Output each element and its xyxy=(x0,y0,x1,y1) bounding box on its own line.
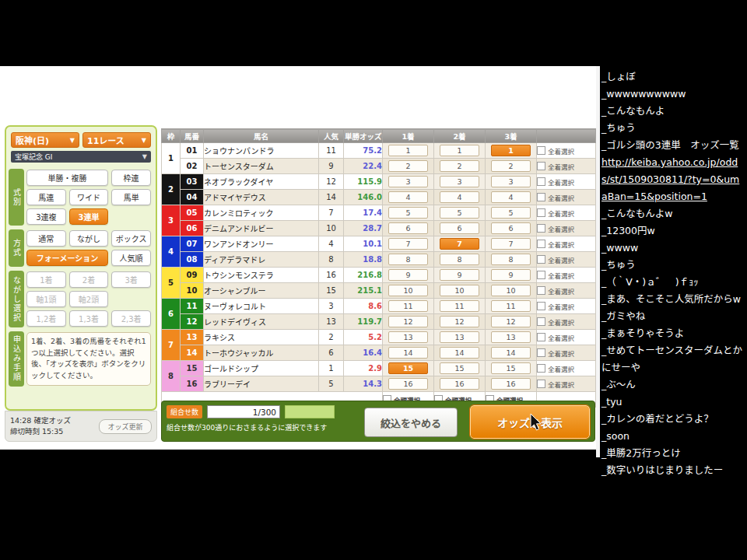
position-col-cell: 15 xyxy=(383,361,434,376)
bet-type-sanrentan-button[interactable]: 3連単 xyxy=(69,208,109,225)
checkbox-icon[interactable] xyxy=(537,348,545,357)
method-ninkijun-button[interactable]: 人気順 xyxy=(111,250,151,266)
position-1-pick-button[interactable]: 4 xyxy=(388,191,428,203)
position-col-cell: 7 xyxy=(383,236,434,252)
position-1-pick-button[interactable]: 16 xyxy=(388,378,428,390)
checkbox-icon[interactable] xyxy=(537,364,545,373)
position-1-pick-button[interactable]: 7 xyxy=(388,238,428,250)
method-nagashi-button[interactable]: ながし xyxy=(69,230,109,247)
position-3-pick-button[interactable]: 3 xyxy=(491,176,531,187)
position-1-pick-button[interactable]: 2 xyxy=(388,160,428,172)
position-1-pick-button[interactable]: 15 xyxy=(388,362,428,374)
position-1-pick-button[interactable]: 1 xyxy=(388,145,428,156)
position-2-pick-button[interactable]: 14 xyxy=(440,347,479,359)
row-select-cell: 全着選択 xyxy=(537,299,596,314)
checkbox-icon[interactable] xyxy=(537,286,545,295)
position-1-pick-button[interactable]: 11 xyxy=(388,300,428,312)
position-1-pick-button[interactable]: 8 xyxy=(388,254,428,265)
checkbox-icon[interactable] xyxy=(537,162,545,170)
position-3-pick-button[interactable]: 11 xyxy=(491,300,531,312)
position-2-pick-button[interactable]: 1 xyxy=(440,145,479,156)
position-2-pick-button[interactable]: 11 xyxy=(440,300,479,312)
horse-name-cell: ディアデラマドレ xyxy=(204,252,319,268)
checkbox-icon[interactable] xyxy=(537,224,545,233)
popularity-cell: 9 xyxy=(319,159,344,174)
comment-link[interactable]: http://keiba.yahoo.co.jp/odds/st/1509030… xyxy=(601,156,739,202)
filter-axis2-button[interactable]: 軸2頭 xyxy=(69,291,109,307)
position-1-pick-button[interactable]: 6 xyxy=(388,222,428,234)
position-3-pick-button[interactable]: 8 xyxy=(491,254,531,265)
odds-refresh-button[interactable]: オッズ更新 xyxy=(99,419,152,434)
position-3-pick-button[interactable]: 15 xyxy=(491,362,531,374)
race-name-bar[interactable]: 宝塚記念 GI ▼ xyxy=(11,151,151,163)
position-2-pick-button[interactable]: 9 xyxy=(440,269,479,281)
position-3-pick-button[interactable]: 16 xyxy=(491,378,531,390)
position-2-pick-button[interactable]: 6 xyxy=(440,222,479,234)
filter-23-button[interactable]: 2,3着 xyxy=(111,310,151,327)
bet-type-wide-button[interactable]: ワイド xyxy=(69,189,109,205)
position-3-pick-button[interactable]: 6 xyxy=(491,222,531,234)
position-3-pick-button[interactable]: 10 xyxy=(491,285,531,296)
bet-type-tanpuku-button[interactable]: 単勝・複勝 xyxy=(26,170,108,186)
position-2-pick-button[interactable]: 5 xyxy=(440,207,479,219)
position-2-pick-button[interactable]: 4 xyxy=(440,191,479,203)
checkbox-icon[interactable] xyxy=(537,193,545,201)
filter-2nd-button[interactable]: 2着 xyxy=(69,271,109,288)
checkbox-icon[interactable] xyxy=(537,146,545,155)
position-3-pick-button[interactable]: 12 xyxy=(491,316,531,327)
position-col-cell: 16 xyxy=(486,376,537,392)
position-2-pick-button[interactable]: 8 xyxy=(440,254,479,265)
checkbox-icon[interactable] xyxy=(537,177,545,186)
position-1-pick-button[interactable]: 5 xyxy=(388,207,428,219)
position-2-pick-button[interactable]: 12 xyxy=(440,316,479,327)
checkbox-icon[interactable] xyxy=(537,317,545,326)
position-3-pick-button[interactable]: 14 xyxy=(491,347,531,359)
position-3-pick-button[interactable]: 4 xyxy=(491,191,531,203)
bet-type-sanrenpuku-button[interactable]: 3連複 xyxy=(26,208,66,225)
filter-12-button[interactable]: 1,2着 xyxy=(26,310,66,327)
filter-axis1-button[interactable]: 軸1頭 xyxy=(26,291,66,307)
bet-type-umaren-button[interactable]: 馬連 xyxy=(26,189,66,205)
filter-13-button[interactable]: 1,3着 xyxy=(69,310,109,327)
position-2-pick-button[interactable]: 7 xyxy=(440,238,479,250)
position-1-pick-button[interactable]: 12 xyxy=(388,316,428,327)
position-3-pick-button[interactable]: 13 xyxy=(491,331,531,343)
position-1-pick-button[interactable]: 9 xyxy=(388,269,428,281)
position-2-pick-button[interactable]: 10 xyxy=(440,285,479,296)
position-2-pick-button[interactable]: 2 xyxy=(440,160,479,172)
position-2-pick-button[interactable]: 16 xyxy=(440,378,479,390)
position-3-pick-button[interactable]: 9 xyxy=(491,269,531,281)
position-1-pick-button[interactable]: 3 xyxy=(388,176,428,187)
method-normal-button[interactable]: 通常 xyxy=(26,230,66,247)
position-1-pick-button[interactable]: 10 xyxy=(388,285,428,296)
position-col-cell: 1 xyxy=(383,143,434,159)
position-col-cell: 12 xyxy=(434,314,486,330)
position-1-pick-button[interactable]: 13 xyxy=(388,331,428,343)
checkbox-icon[interactable] xyxy=(537,208,545,217)
checkbox-icon[interactable] xyxy=(537,240,545,248)
position-3-pick-button[interactable]: 5 xyxy=(491,207,531,219)
venue-select[interactable]: 阪神(日) ▼ xyxy=(11,132,79,148)
position-1-pick-button[interactable]: 14 xyxy=(388,347,428,359)
venue-label: 阪神(日) xyxy=(16,134,49,146)
cancel-filter-button[interactable]: 絞込をやめる xyxy=(364,408,458,437)
position-2-pick-button[interactable]: 13 xyxy=(440,331,479,343)
position-3-pick-button[interactable]: 7 xyxy=(491,238,531,250)
checkbox-icon[interactable] xyxy=(537,380,545,388)
bet-type-umatan-button[interactable]: 馬単 xyxy=(111,189,151,205)
position-2-pick-button[interactable]: 3 xyxy=(440,176,479,187)
race-select[interactable]: 11レース ▼ xyxy=(82,132,151,148)
position-3-pick-button[interactable]: 2 xyxy=(491,160,531,172)
filter-3rd-button[interactable]: 3着 xyxy=(111,271,151,288)
bet-type-wakuren-button[interactable]: 枠連 xyxy=(111,170,151,186)
checkbox-icon[interactable] xyxy=(537,302,545,310)
checkbox-icon[interactable] xyxy=(537,271,545,279)
position-col-cell: 10 xyxy=(383,283,434,299)
filter-1st-button[interactable]: 1着 xyxy=(26,271,66,288)
checkbox-icon[interactable] xyxy=(537,333,545,341)
method-box-button[interactable]: ボックス xyxy=(111,230,151,247)
position-2-pick-button[interactable]: 15 xyxy=(440,362,479,374)
method-formation-button[interactable]: フォーメーション xyxy=(26,250,108,266)
position-3-pick-button[interactable]: 1 xyxy=(491,145,531,156)
checkbox-icon[interactable] xyxy=(537,255,545,264)
